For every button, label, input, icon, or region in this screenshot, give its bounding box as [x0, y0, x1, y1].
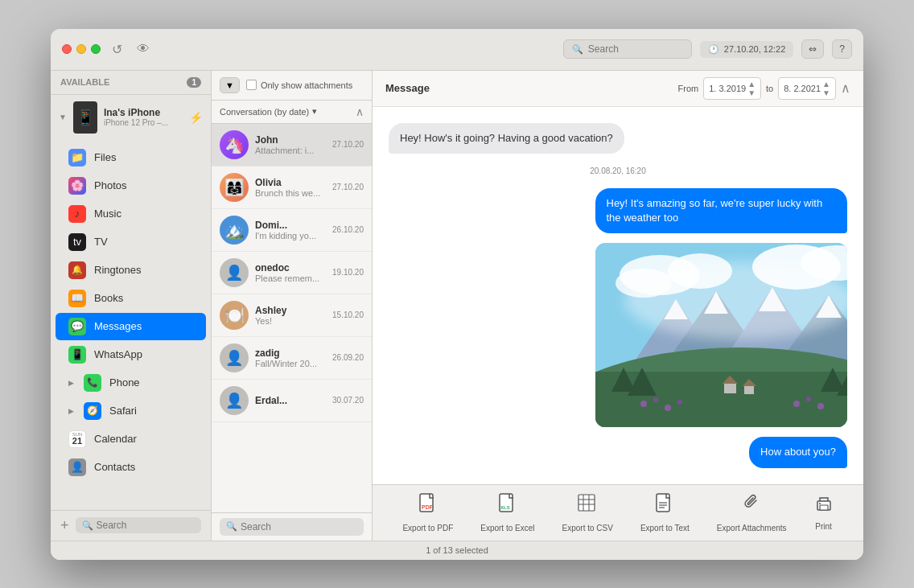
svg-point-3 [616, 269, 672, 298]
photos-label: Photos [94, 179, 126, 191]
conv-info-domi: Domi... I'm kidding yo... [255, 220, 326, 241]
books-icon: 📖 [68, 290, 86, 307]
refresh-icon[interactable]: ↺ [109, 39, 126, 60]
conv-name-john: John [255, 134, 326, 146]
conv-sort-label: Conversation (by date) [220, 107, 309, 117]
svg-marker-13 [816, 295, 842, 318]
print-button[interactable]: Print [805, 490, 843, 536]
swap-button[interactable]: ⇔ [801, 39, 824, 59]
print-icon [814, 495, 834, 519]
conv-item-erdal[interactable]: 👤 Erdal... 30.07.20 [212, 380, 372, 422]
dropdown-button[interactable]: ▼ [220, 77, 240, 93]
conv-preview-ashley: Yes! [255, 316, 326, 326]
sidebar-item-phone[interactable]: ▶ 📞 Phone [56, 369, 206, 397]
conv-sort-control[interactable]: Conversation (by date) ▾ [220, 106, 317, 117]
ringtones-icon: 🔔 [68, 261, 86, 279]
device-name: Ina's iPhone [104, 107, 183, 118]
date-to-stepper[interactable]: ▲▼ [822, 80, 830, 97]
minimize-button[interactable] [76, 44, 86, 54]
collapse-messages-icon[interactable]: ∧ [841, 80, 850, 96]
export-text-label: Export to Text [640, 524, 690, 532]
global-search-input[interactable] [588, 43, 683, 55]
svg-point-26 [817, 403, 824, 409]
conv-item-ashley[interactable]: 🍽️ Ashley Yes! 15.10.20 [212, 294, 372, 337]
from-label: From [678, 84, 699, 93]
app-window: ↺ 👁 🔍 🕐 27.10.20, 12:22 ⇔ ? AVAILABLE 1 … [51, 29, 863, 560]
device-chevron-icon[interactable]: ▼ [59, 113, 67, 121]
export-pdf-icon: PDF [418, 493, 438, 520]
conv-item-olivia[interactable]: 👩‍👩‍👧 Olivia Brunch this we... 27.10.20 [212, 167, 372, 209]
sidebar-item-ringtones[interactable]: 🔔 Ringtones [56, 257, 206, 284]
global-search-bar[interactable]: 🔍 [563, 39, 692, 59]
date-from-stepper[interactable]: ▲▼ [747, 80, 755, 97]
sidebar-item-music[interactable]: ♪ Music [56, 200, 206, 228]
sidebar-item-files[interactable]: 📁 Files [56, 144, 206, 171]
device-model: iPhone 12 Pro –... [104, 118, 183, 127]
export-csv-button[interactable]: Export to CSV [553, 488, 623, 537]
date-from-input[interactable]: 1. 3.2019 ▲▼ [703, 77, 761, 100]
status-bar: 1 of 13 selected [51, 541, 863, 560]
attachments-label: Only show attachments [261, 80, 352, 90]
svg-rect-45 [820, 505, 828, 510]
svg-marker-10 [664, 299, 688, 319]
titlebar: ↺ 👁 🔍 🕐 27.10.20, 12:22 ⇔ ? [51, 29, 863, 71]
attachments-filter[interactable]: Only show attachments [246, 80, 352, 90]
add-button[interactable]: + [60, 517, 69, 534]
conv-preview-domi: I'm kidding yo... [255, 231, 326, 241]
whatsapp-label: WhatsApp [94, 348, 142, 360]
message-header: Message From 1. 3.2019 ▲▼ to 8. 2.2021 ▲… [373, 71, 863, 107]
conv-item-john[interactable]: 🦄 John Attachment: i... 27.10.20 [212, 124, 372, 167]
conv-date-erdal: 30.07.20 [332, 396, 364, 405]
export-excel-button[interactable]: XLS Export to Excel [471, 488, 544, 537]
middle-search-icon: 🔍 [226, 521, 237, 532]
sidebar-item-messages[interactable]: 💬 Messages [56, 313, 206, 340]
sidebar-items-list: 📁 Files 🌸 Photos ♪ Music tv TV 🔔 Ri [51, 140, 211, 510]
export-csv-icon [578, 493, 597, 520]
middle-panel: ▼ Only show attachments Conversation (by… [212, 71, 373, 541]
sidebar-item-photos[interactable]: 🌸 Photos [56, 172, 206, 199]
conv-item-domi[interactable]: 🏔️ Domi... I'm kidding yo... 26.10.20 [212, 209, 372, 252]
sidebar-item-safari[interactable]: ▶ 🧭 Safari [56, 397, 206, 425]
svg-point-46 [819, 503, 821, 504]
message-sent-1: Hey! It's amazing so far, we're super lu… [595, 188, 848, 233]
attachments-checkbox[interactable] [246, 80, 257, 90]
sidebar-item-tv[interactable]: tv TV [56, 228, 206, 256]
messages-icon: 💬 [68, 318, 86, 335]
conv-preview-zadig: Fall/Winter 20... [255, 359, 326, 368]
safari-icon: 🧭 [84, 402, 101, 420]
safari-label: Safari [109, 405, 137, 417]
sidebar-item-contacts[interactable]: 👤 Contacts [56, 454, 206, 481]
sidebar-item-whatsapp[interactable]: 📱 WhatsApp [56, 341, 206, 368]
maximize-button[interactable] [91, 44, 101, 54]
sidebar-search-input[interactable] [97, 520, 195, 531]
export-pdf-button[interactable]: PDF Export to PDF [393, 488, 463, 537]
svg-rect-29 [744, 386, 754, 394]
message-sent-2: How about you? [749, 437, 847, 467]
sidebar-search[interactable]: 🔍 [76, 517, 201, 533]
conv-item-zadig[interactable]: 👤 zadig Fall/Winter 20... 26.09.20 [212, 337, 372, 380]
date-to-input[interactable]: 8. 2.2021 ▲▼ [778, 77, 836, 100]
middle-search-input-wrapper[interactable]: 🔍 [220, 518, 364, 536]
sidebar-item-books[interactable]: 📖 Books [56, 285, 206, 312]
close-button[interactable] [62, 44, 72, 54]
export-pdf-label: Export to PDF [402, 524, 453, 532]
music-icon: ♪ [68, 205, 86, 223]
timestamp-badge: 🕐 27.10.20, 12:22 [700, 41, 793, 58]
available-count: 1 [187, 77, 201, 88]
conv-info-olivia: Olivia Brunch this we... [255, 177, 326, 198]
date-to-value: 8. 2.2021 [784, 84, 821, 93]
export-attachments-button[interactable]: Export Attachments [707, 488, 797, 537]
sidebar-header: AVAILABLE 1 [51, 71, 211, 95]
avatar-john: 🦄 [220, 130, 249, 159]
eye-icon[interactable]: 👁 [134, 39, 153, 60]
svg-point-25 [806, 397, 811, 401]
export-text-button[interactable]: Export to Text [631, 488, 699, 537]
conv-item-onedoc[interactable]: 👤 onedoc Please remem... 19.10.20 [212, 252, 372, 294]
message-text-3: How about you? [760, 446, 836, 458]
sidebar-item-calendar[interactable]: SUN 21 Calendar [56, 426, 206, 453]
message-panel: Message From 1. 3.2019 ▲▼ to 8. 2.2021 ▲… [373, 71, 863, 541]
middle-search-input[interactable] [241, 521, 357, 532]
available-label: AVAILABLE [60, 77, 109, 87]
help-button[interactable]: ? [832, 39, 852, 59]
collapse-panel-icon[interactable]: ∧ [356, 105, 364, 118]
